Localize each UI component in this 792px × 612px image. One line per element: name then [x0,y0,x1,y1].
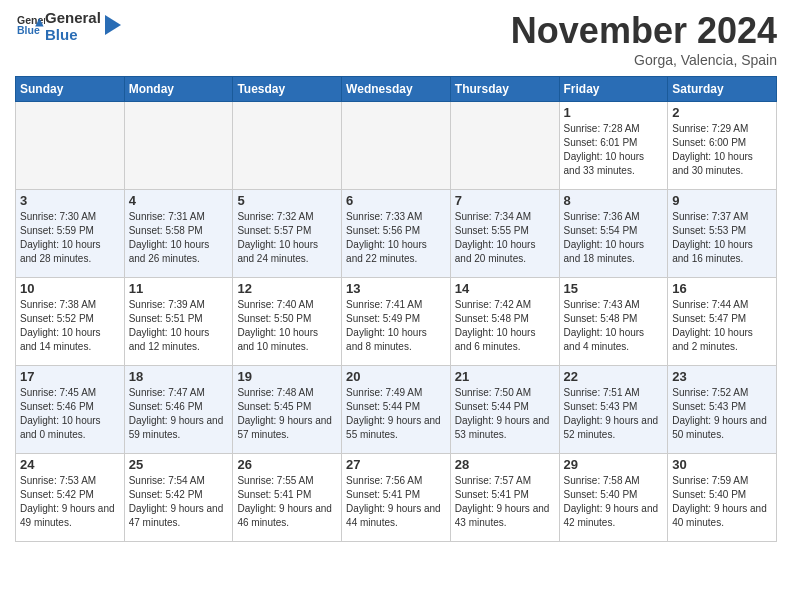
day-number: 1 [564,105,664,120]
day-info: Sunrise: 7:55 AMSunset: 5:41 PMDaylight:… [237,474,337,530]
day-info: Sunrise: 7:57 AMSunset: 5:41 PMDaylight:… [455,474,555,530]
day-cell: 10Sunrise: 7:38 AMSunset: 5:52 PMDayligh… [16,278,125,366]
day-info: Sunrise: 7:36 AMSunset: 5:54 PMDaylight:… [564,210,664,266]
day-number: 7 [455,193,555,208]
day-cell: 29Sunrise: 7:58 AMSunset: 5:40 PMDayligh… [559,454,668,542]
day-number: 21 [455,369,555,384]
header: General Blue General Blue November 2024 … [15,10,777,68]
day-cell: 1Sunrise: 7:28 AMSunset: 6:01 PMDaylight… [559,102,668,190]
day-cell: 30Sunrise: 7:59 AMSunset: 5:40 PMDayligh… [668,454,777,542]
weekday-header-saturday: Saturday [668,77,777,102]
day-cell: 11Sunrise: 7:39 AMSunset: 5:51 PMDayligh… [124,278,233,366]
day-cell: 5Sunrise: 7:32 AMSunset: 5:57 PMDaylight… [233,190,342,278]
day-number: 10 [20,281,120,296]
day-cell: 12Sunrise: 7:40 AMSunset: 5:50 PMDayligh… [233,278,342,366]
day-info: Sunrise: 7:44 AMSunset: 5:47 PMDaylight:… [672,298,772,354]
day-info: Sunrise: 7:52 AMSunset: 5:43 PMDaylight:… [672,386,772,442]
day-cell: 6Sunrise: 7:33 AMSunset: 5:56 PMDaylight… [342,190,451,278]
day-cell: 16Sunrise: 7:44 AMSunset: 5:47 PMDayligh… [668,278,777,366]
day-cell: 18Sunrise: 7:47 AMSunset: 5:46 PMDayligh… [124,366,233,454]
day-info: Sunrise: 7:51 AMSunset: 5:43 PMDaylight:… [564,386,664,442]
day-number: 19 [237,369,337,384]
day-number: 13 [346,281,446,296]
day-info: Sunrise: 7:58 AMSunset: 5:40 PMDaylight:… [564,474,664,530]
day-cell: 17Sunrise: 7:45 AMSunset: 5:46 PMDayligh… [16,366,125,454]
day-cell: 24Sunrise: 7:53 AMSunset: 5:42 PMDayligh… [16,454,125,542]
day-cell: 3Sunrise: 7:30 AMSunset: 5:59 PMDaylight… [16,190,125,278]
day-number: 14 [455,281,555,296]
week-row-4: 17Sunrise: 7:45 AMSunset: 5:46 PMDayligh… [16,366,777,454]
day-number: 17 [20,369,120,384]
day-number: 11 [129,281,229,296]
day-number: 12 [237,281,337,296]
day-number: 26 [237,457,337,472]
day-info: Sunrise: 7:59 AMSunset: 5:40 PMDaylight:… [672,474,772,530]
day-info: Sunrise: 7:39 AMSunset: 5:51 PMDaylight:… [129,298,229,354]
weekday-header-row: SundayMondayTuesdayWednesdayThursdayFrid… [16,77,777,102]
day-info: Sunrise: 7:38 AMSunset: 5:52 PMDaylight:… [20,298,120,354]
page: General Blue General Blue November 2024 … [0,0,792,557]
week-row-3: 10Sunrise: 7:38 AMSunset: 5:52 PMDayligh… [16,278,777,366]
day-cell: 2Sunrise: 7:29 AMSunset: 6:00 PMDaylight… [668,102,777,190]
day-number: 8 [564,193,664,208]
day-number: 22 [564,369,664,384]
day-cell: 8Sunrise: 7:36 AMSunset: 5:54 PMDaylight… [559,190,668,278]
day-number: 15 [564,281,664,296]
day-info: Sunrise: 7:43 AMSunset: 5:48 PMDaylight:… [564,298,664,354]
day-cell: 9Sunrise: 7:37 AMSunset: 5:53 PMDaylight… [668,190,777,278]
weekday-header-wednesday: Wednesday [342,77,451,102]
day-number: 29 [564,457,664,472]
day-info: Sunrise: 7:31 AMSunset: 5:58 PMDaylight:… [129,210,229,266]
week-row-2: 3Sunrise: 7:30 AMSunset: 5:59 PMDaylight… [16,190,777,278]
day-cell: 15Sunrise: 7:43 AMSunset: 5:48 PMDayligh… [559,278,668,366]
day-info: Sunrise: 7:28 AMSunset: 6:01 PMDaylight:… [564,122,664,178]
day-info: Sunrise: 7:53 AMSunset: 5:42 PMDaylight:… [20,474,120,530]
day-cell: 22Sunrise: 7:51 AMSunset: 5:43 PMDayligh… [559,366,668,454]
day-info: Sunrise: 7:32 AMSunset: 5:57 PMDaylight:… [237,210,337,266]
day-number: 20 [346,369,446,384]
day-info: Sunrise: 7:50 AMSunset: 5:44 PMDaylight:… [455,386,555,442]
day-number: 24 [20,457,120,472]
day-cell: 14Sunrise: 7:42 AMSunset: 5:48 PMDayligh… [450,278,559,366]
day-info: Sunrise: 7:42 AMSunset: 5:48 PMDaylight:… [455,298,555,354]
day-number: 4 [129,193,229,208]
weekday-header-tuesday: Tuesday [233,77,342,102]
day-number: 18 [129,369,229,384]
day-cell: 27Sunrise: 7:56 AMSunset: 5:41 PMDayligh… [342,454,451,542]
day-info: Sunrise: 7:45 AMSunset: 5:46 PMDaylight:… [20,386,120,442]
day-number: 2 [672,105,772,120]
day-cell: 4Sunrise: 7:31 AMSunset: 5:58 PMDaylight… [124,190,233,278]
day-cell [124,102,233,190]
day-cell [450,102,559,190]
day-cell: 21Sunrise: 7:50 AMSunset: 5:44 PMDayligh… [450,366,559,454]
day-cell [342,102,451,190]
day-cell: 7Sunrise: 7:34 AMSunset: 5:55 PMDaylight… [450,190,559,278]
logo-blue: Blue [45,27,101,44]
day-cell [233,102,342,190]
day-info: Sunrise: 7:56 AMSunset: 5:41 PMDaylight:… [346,474,446,530]
weekday-header-thursday: Thursday [450,77,559,102]
day-info: Sunrise: 7:47 AMSunset: 5:46 PMDaylight:… [129,386,229,442]
day-cell: 20Sunrise: 7:49 AMSunset: 5:44 PMDayligh… [342,366,451,454]
day-info: Sunrise: 7:30 AMSunset: 5:59 PMDaylight:… [20,210,120,266]
day-info: Sunrise: 7:48 AMSunset: 5:45 PMDaylight:… [237,386,337,442]
day-cell: 19Sunrise: 7:48 AMSunset: 5:45 PMDayligh… [233,366,342,454]
week-row-5: 24Sunrise: 7:53 AMSunset: 5:42 PMDayligh… [16,454,777,542]
title-block: November 2024 Gorga, Valencia, Spain [511,10,777,68]
calendar-table: SundayMondayTuesdayWednesdayThursdayFrid… [15,76,777,542]
day-cell [16,102,125,190]
location: Gorga, Valencia, Spain [511,52,777,68]
day-number: 6 [346,193,446,208]
logo: General Blue General Blue [15,10,123,43]
day-info: Sunrise: 7:54 AMSunset: 5:42 PMDaylight:… [129,474,229,530]
day-cell: 23Sunrise: 7:52 AMSunset: 5:43 PMDayligh… [668,366,777,454]
day-number: 9 [672,193,772,208]
month-title: November 2024 [511,10,777,52]
day-cell: 26Sunrise: 7:55 AMSunset: 5:41 PMDayligh… [233,454,342,542]
day-number: 28 [455,457,555,472]
day-number: 30 [672,457,772,472]
week-row-1: 1Sunrise: 7:28 AMSunset: 6:01 PMDaylight… [16,102,777,190]
day-number: 16 [672,281,772,296]
svg-marker-3 [105,15,121,35]
day-number: 23 [672,369,772,384]
